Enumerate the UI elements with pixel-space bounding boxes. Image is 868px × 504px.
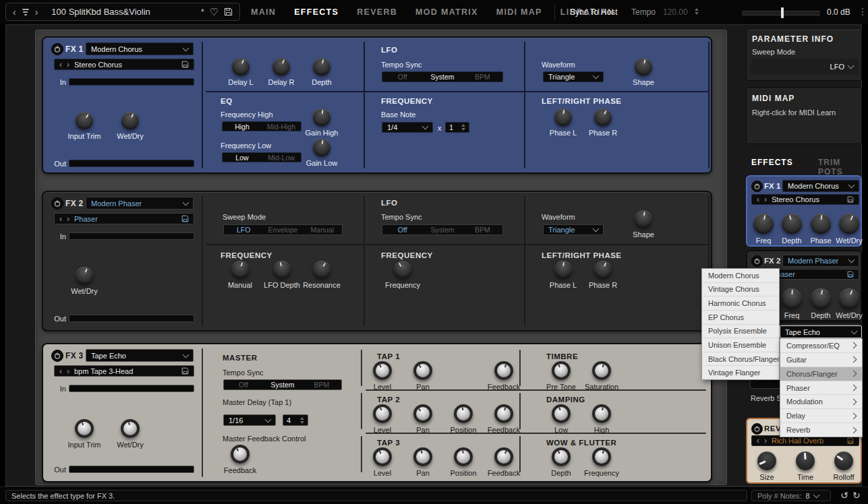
reverb-time-knob[interactable]: Time bbox=[788, 451, 823, 481]
fx3-saturation-knob[interactable]: Saturation bbox=[583, 361, 620, 391]
fx1-base-note-select[interactable]: 1/4 bbox=[382, 122, 433, 133]
knob-dial[interactable] bbox=[76, 112, 93, 129]
menu-item-modern-chorus[interactable]: Modern Chorus bbox=[702, 269, 779, 283]
fx1-gain-low-knob[interactable]: Gain Low bbox=[303, 139, 341, 167]
sidebar-fx3-type-select[interactable]: Tape Echo bbox=[780, 325, 862, 338]
knob-dial[interactable] bbox=[313, 58, 330, 75]
stepper-arrows-icon[interactable] bbox=[300, 417, 304, 424]
fx3-preset-bar[interactable]: ‹ › bpm Tape 3-Head bbox=[54, 365, 194, 377]
tempo-stepper[interactable] bbox=[695, 8, 699, 15]
knob-dial[interactable] bbox=[313, 108, 330, 126]
fx3-delay-note-select[interactable]: 1/16 bbox=[223, 414, 276, 426]
sidebar-fx1-preset-bar[interactable]: ‹ › Stereo Chorus bbox=[751, 194, 859, 205]
sidebar-fx1-wet-dry-knob[interactable]: Wet/Dry bbox=[832, 214, 867, 245]
fx3-preset-next-icon[interactable]: › bbox=[67, 367, 69, 375]
fx2-phase-l-knob[interactable]: Phase L bbox=[544, 261, 582, 289]
knob-dial[interactable] bbox=[373, 447, 392, 466]
knob-dial[interactable] bbox=[594, 108, 612, 126]
fx2-power-button[interactable] bbox=[51, 197, 63, 210]
fx3-wow-frequency-knob[interactable]: Frequency bbox=[583, 447, 620, 477]
sidebar-tab-trim-pots[interactable]: TRIM POTS bbox=[818, 158, 868, 177]
knob-dial[interactable] bbox=[454, 404, 473, 423]
fx2-frequency-knob[interactable]: Frequency bbox=[384, 261, 422, 289]
fx1-freq-low-toggle[interactable]: Low Mid-Low bbox=[222, 152, 301, 162]
fx2-preset-next-icon[interactable]: › bbox=[67, 215, 69, 223]
fx3-type-select[interactable]: Tape Echo bbox=[86, 349, 194, 362]
knob-dial[interactable] bbox=[75, 419, 94, 438]
fx3-preset-prev-icon[interactable]: ‹ bbox=[59, 367, 62, 375]
current-preset-name[interactable]: 100 SplitKbd Bass&Violin bbox=[51, 7, 196, 17]
fx1-preset-bar[interactable]: ‹ › Stereo Chorus bbox=[54, 59, 194, 70]
knob-dial[interactable] bbox=[594, 261, 612, 278]
knob-dial[interactable] bbox=[272, 58, 290, 75]
toggle-option-system[interactable]: System bbox=[263, 381, 302, 389]
favorite-heart-icon[interactable]: ♡ bbox=[210, 7, 219, 17]
fx1-depth-knob[interactable]: Depth bbox=[303, 58, 341, 86]
knob-dial[interactable] bbox=[494, 447, 513, 466]
sidebar-fx1-power-button[interactable] bbox=[751, 181, 763, 192]
fx1-input-trim-knob[interactable]: Input Trim bbox=[65, 112, 103, 140]
toggle-option-envelope[interactable]: Envelope bbox=[263, 226, 302, 234]
knob-dial[interactable] bbox=[231, 261, 249, 278]
toggle-option-lfo[interactable]: LFO bbox=[224, 226, 263, 234]
save-icon[interactable] bbox=[847, 196, 854, 203]
fx1-power-button[interactable] bbox=[51, 43, 63, 55]
knob-dial[interactable] bbox=[635, 210, 652, 228]
fx3-wow-depth-knob[interactable]: Depth bbox=[542, 447, 580, 477]
undo-icon[interactable]: ↺ bbox=[840, 490, 848, 501]
toggle-option-off[interactable]: Off bbox=[382, 73, 422, 81]
master-volume-slider[interactable] bbox=[742, 11, 820, 15]
knob-dial[interactable] bbox=[782, 214, 802, 234]
preset-filter-icon[interactable] bbox=[22, 9, 30, 15]
save-icon[interactable] bbox=[847, 437, 854, 444]
toggle-option-bpm[interactable]: BPM bbox=[463, 226, 502, 234]
knob-dial[interactable] bbox=[413, 447, 432, 466]
menu-item-black-chorus-flanger[interactable]: Black Chorus/Flanger bbox=[702, 352, 779, 367]
fx1-preset-save-icon[interactable] bbox=[181, 61, 189, 68]
menu-item-guitar[interactable]: Guitar bbox=[780, 353, 862, 367]
fx1-phase-l-knob[interactable]: Phase L bbox=[544, 108, 582, 137]
menu-item-delay[interactable]: Delay bbox=[780, 409, 862, 423]
preset-browser-bar[interactable]: ‹ › 100 SplitKbd Bass&Violin * ♡ bbox=[5, 3, 240, 21]
fx1-preset-next-icon[interactable]: › bbox=[67, 61, 69, 69]
toggle-option-high[interactable]: High bbox=[223, 123, 262, 131]
knob-dial[interactable] bbox=[413, 404, 432, 423]
knob-dial[interactable] bbox=[76, 267, 93, 284]
knob-dial[interactable] bbox=[635, 58, 652, 75]
fx1-delay-l-knob[interactable]: Delay L bbox=[222, 58, 260, 86]
save-icon[interactable] bbox=[224, 7, 233, 16]
menu-item-polysix-ensemble[interactable]: Polysix Ensemble bbox=[702, 325, 779, 339]
fx2-lfo-depth-knob[interactable]: LFO Depth bbox=[263, 261, 301, 289]
menu-item-compressor-eq[interactable]: Compressor/EQ bbox=[780, 339, 862, 353]
fx3-feedback-knob[interactable]: Feedback bbox=[221, 445, 259, 474]
fx2-preset-save-icon[interactable] bbox=[181, 215, 189, 222]
menu-item-phaser[interactable]: Phaser bbox=[780, 381, 862, 396]
toggle-option-bpm[interactable]: BPM bbox=[302, 381, 341, 389]
menu-item-chorus-flanger[interactable]: Chorus/Flanger bbox=[780, 367, 862, 381]
toggle-option-system[interactable]: System bbox=[422, 226, 462, 234]
tab-mod-matrix[interactable]: MOD MATRIX bbox=[415, 7, 478, 17]
fx3-damping-high-knob[interactable]: High bbox=[583, 404, 620, 434]
reverb-size-knob[interactable]: Size bbox=[749, 451, 784, 481]
preset-next-icon[interactable]: › bbox=[764, 437, 767, 445]
stepper-arrows-icon[interactable] bbox=[461, 124, 465, 131]
reverb-rolloff-knob[interactable]: Rolloff bbox=[826, 451, 861, 481]
knob-dial[interactable] bbox=[273, 261, 291, 278]
knob-dial[interactable] bbox=[554, 108, 572, 126]
fx3-power-button[interactable] bbox=[51, 350, 63, 362]
fx1-shape-knob[interactable]: Shape bbox=[625, 58, 662, 86]
knob-dial[interactable] bbox=[373, 361, 392, 380]
knob-dial[interactable] bbox=[839, 214, 859, 234]
fx3-tap1-pan-knob[interactable]: Pan bbox=[404, 361, 442, 391]
preset-next-icon[interactable]: › bbox=[35, 7, 38, 17]
fx3-tap3-feedback-knob[interactable]: Feedback bbox=[485, 447, 523, 477]
knob-dial[interactable] bbox=[121, 112, 139, 129]
preset-next-icon[interactable]: › bbox=[764, 195, 767, 203]
knob-dial[interactable] bbox=[394, 261, 411, 278]
menu-item-reverb[interactable]: Reverb bbox=[780, 423, 862, 437]
toggle-option-mid-high[interactable]: Mid-High bbox=[262, 123, 301, 131]
knob-dial[interactable] bbox=[796, 451, 815, 470]
kebab-menu-icon[interactable]: ⋮ bbox=[858, 6, 867, 17]
fx1-waveform-select[interactable]: Triangle bbox=[543, 71, 604, 82]
knob-dial[interactable] bbox=[454, 447, 473, 466]
